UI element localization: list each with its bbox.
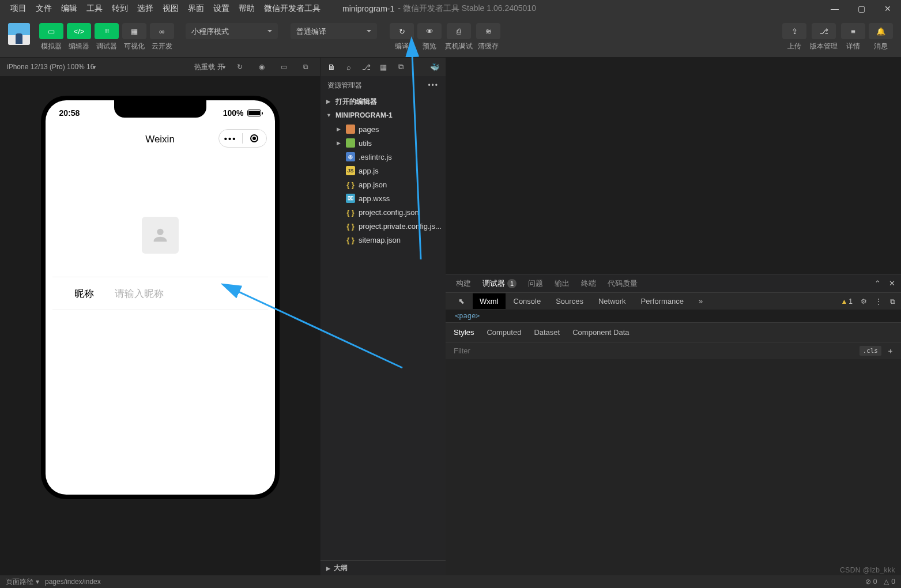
extensions-icon[interactable]: ▦ <box>376 59 391 74</box>
file-app-wxss[interactable]: ⌧app.wxss <box>321 191 446 205</box>
open-editors-section[interactable]: ▶打开的编辑器 <box>321 95 446 108</box>
kebab-icon[interactable]: ⋮ <box>875 297 882 306</box>
tab-component-data[interactable]: Component Data <box>572 328 629 337</box>
tab-output[interactable]: 输出 <box>555 276 570 291</box>
gear-icon[interactable]: ⚙ <box>861 297 867 306</box>
nickname-row[interactable]: 昵称 请输入昵称 <box>52 277 268 310</box>
file-sitemap[interactable]: { }sitemap.json <box>321 233 446 247</box>
preview-button[interactable]: 👁预览 <box>417 23 442 51</box>
panel-chevron-icon[interactable]: ⌃ <box>874 279 881 288</box>
device-frame-icon[interactable]: ▭ <box>276 63 291 71</box>
version-button[interactable]: ⎇版本管理 <box>810 23 838 51</box>
close-button[interactable]: ✕ <box>874 0 901 17</box>
device-select[interactable]: iPhone 12/13 (Pro) 100% 16 ▾ <box>7 63 96 71</box>
warn-count[interactable]: △ 0 <box>884 578 895 586</box>
tab-wxml[interactable]: Wxml <box>473 293 506 309</box>
debugger-button[interactable]: ⌗调试器 <box>95 23 119 51</box>
popout-icon[interactable]: ⧉ <box>298 63 313 71</box>
file-app-json[interactable]: { }app.json <box>321 178 446 191</box>
nickname-input[interactable]: 请输入昵称 <box>115 287 164 300</box>
page-path-value[interactable]: pages/index/index <box>45 578 101 586</box>
warn-badge[interactable]: ▲1 <box>840 297 853 306</box>
tab-computed[interactable]: Computed <box>487 328 521 337</box>
window-title: miniprogram-1 <box>342 4 394 13</box>
remote-debug-button[interactable]: ⎙真机调试 <box>445 23 473 51</box>
file-app-js[interactable]: JSapp.js <box>321 164 446 178</box>
simulator-button[interactable]: ▭模拟器 <box>39 23 63 51</box>
menu-edit[interactable]: 编辑 <box>56 3 82 14</box>
styles-filter-input[interactable] <box>454 346 893 355</box>
folder-utils[interactable]: ▶utils <box>321 136 446 150</box>
menu-settings[interactable]: 设置 <box>209 3 234 14</box>
refresh-icon[interactable]: ↻ <box>232 63 247 71</box>
explorer-more-icon[interactable]: ••• <box>428 81 439 89</box>
phone-notch <box>114 100 206 118</box>
search-icon[interactable]: ⌕ <box>341 59 356 74</box>
upload-button[interactable]: ⇪上传 <box>782 23 806 51</box>
window-subtitle: - 微信开发者工具 Stable 1.06.2405010 <box>398 3 536 14</box>
error-count[interactable]: ⊘ 0 <box>865 578 877 586</box>
docker-icon[interactable]: 🐳 <box>427 59 442 74</box>
file-project-private[interactable]: { }project.private.config.js... <box>321 219 446 233</box>
menu-project[interactable]: 项目 <box>6 3 31 14</box>
git-icon[interactable]: ⎇ <box>359 59 374 74</box>
avatar-placeholder[interactable] <box>142 217 179 254</box>
inspect-icon[interactable]: ⬉ <box>451 293 472 309</box>
editor-area: 构建 调试器1 问题 输出 终端 代码质量 ⌃✕ ⬉ Wxml Console … <box>446 58 901 575</box>
capsule-more-icon[interactable]: ••• <box>224 134 237 144</box>
project-section[interactable]: ▼MINIPROGRAM-1 <box>321 108 446 122</box>
outline-section[interactable]: ▶大纲 <box>321 560 446 575</box>
tab-quality[interactable]: 代码质量 <box>608 276 638 291</box>
messages-button[interactable]: 🔔消息 <box>869 23 893 51</box>
file-eslintrc[interactable]: ◎.eslintrc.js <box>321 150 446 164</box>
capsule-menu[interactable]: ••• <box>218 129 267 148</box>
add-style-icon[interactable]: ＋ <box>887 346 894 356</box>
capsule-close-icon[interactable] <box>250 134 258 142</box>
hot-reload-toggle[interactable]: 热重载 开 ▾ <box>194 62 225 72</box>
files-icon[interactable]: 🗎 <box>324 59 339 74</box>
tab-performance[interactable]: Performance <box>634 293 691 309</box>
menu-ui[interactable]: 界面 <box>183 3 209 14</box>
tab-styles[interactable]: Styles <box>454 328 474 337</box>
visual-button[interactable]: ▦可视化 <box>122 23 146 51</box>
popout-devtools-icon[interactable]: ⧉ <box>890 297 895 306</box>
menu-devtools-name[interactable]: 微信开发者工具 <box>259 3 325 14</box>
tab-dataset[interactable]: Dataset <box>534 328 560 337</box>
record-icon[interactable]: ◉ <box>254 63 269 71</box>
menu-goto[interactable]: 转到 <box>107 3 133 14</box>
devtools-tabs: ⬉ Wxml Console Sources Network Performan… <box>446 292 901 310</box>
menu-tools[interactable]: 工具 <box>82 3 107 14</box>
tab-console[interactable]: Console <box>507 293 548 309</box>
compile-button[interactable]: ↻编译 <box>390 23 414 51</box>
mode-select[interactable]: 小程序模式 <box>186 23 278 39</box>
menu-help[interactable]: 帮助 <box>234 3 259 14</box>
more-tabs-icon[interactable]: » <box>692 293 710 309</box>
main-toolbar: ▭模拟器 </>编辑器 ⌗调试器 ▦可视化 ∞云开发 小程序模式 普通编译 ↻编… <box>0 17 901 58</box>
tab-debugger[interactable]: 调试器1 <box>482 276 517 291</box>
tab-network[interactable]: Network <box>591 293 633 309</box>
menu-select[interactable]: 选择 <box>133 3 158 14</box>
menu-file[interactable]: 文件 <box>31 3 56 14</box>
tab-build[interactable]: 构建 <box>456 276 471 291</box>
folder-pages[interactable]: ▶pages <box>321 122 446 136</box>
tab-problems[interactable]: 问题 <box>528 276 543 291</box>
compile-select[interactable]: 普通编译 <box>291 23 377 39</box>
clear-cache-button[interactable]: ≋清缓存 <box>476 23 500 51</box>
tab-terminal[interactable]: 终端 <box>581 276 596 291</box>
maximize-button[interactable]: ▢ <box>848 0 874 17</box>
tab-sources[interactable]: Sources <box>549 293 590 309</box>
minimize-button[interactable]: — <box>821 0 848 17</box>
cls-toggle[interactable]: .cls <box>859 346 882 356</box>
user-avatar[interactable] <box>8 23 30 45</box>
details-button[interactable]: ≡详情 <box>841 23 865 51</box>
page-path-label[interactable]: 页面路径 ▾ <box>6 577 39 587</box>
phone-screen[interactable]: 20:58 100% Weixin ••• <box>46 100 275 495</box>
sitemap-icon[interactable]: ⧉ <box>393 59 408 74</box>
file-project-config[interactable]: { }project.config.json <box>321 205 446 219</box>
panel-close-icon[interactable]: ✕ <box>889 279 895 288</box>
cloud-button[interactable]: ∞云开发 <box>150 23 174 51</box>
window-controls: — ▢ ✕ <box>821 0 901 17</box>
wxml-page-tag[interactable]: <page> <box>446 310 901 322</box>
editor-button[interactable]: </>编辑器 <box>67 23 91 51</box>
menu-view[interactable]: 视图 <box>158 3 183 14</box>
